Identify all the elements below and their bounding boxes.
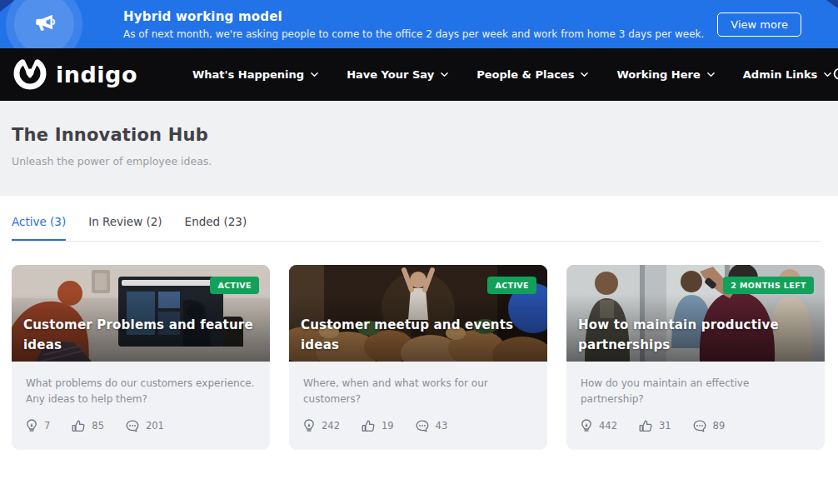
comment-icon [416,420,429,432]
page-subtitle: Unleash the power of employee ideas. [12,155,826,167]
chevron-down-icon [441,71,448,78]
tab-active[interactable]: Active (3) [12,215,66,241]
comments-count: 201 [146,420,164,432]
ideas-count: 442 [599,420,617,432]
nav-item-people-places[interactable]: People & Places [476,68,588,81]
tab-in-review[interactable]: In Review (2) [88,215,162,241]
tab-ended[interactable]: Ended (23) [185,215,247,241]
card-description: Where, when and what works for our custo… [303,376,533,407]
card-title: Customer Problems and feature ideas [23,315,258,355]
card-description: How do you maintain an effective partner… [581,376,811,407]
comments-stat: 89 [693,420,726,432]
page-header: The Innovation Hub Unleash the power of … [0,101,838,196]
card-stats: 7 85 201 [26,419,256,432]
card-image: 2 MONTHS LEFT How to maintain productive… [566,265,825,362]
idea-cards: ACTIVE Customer Problems and feature ide… [0,242,838,450]
search-button[interactable] [831,66,838,84]
banner-corner-decoration [826,0,838,8]
likes-stat: 85 [72,420,104,432]
indigo-logo-icon [12,55,48,95]
chevron-down-icon [311,71,318,78]
nav-right [831,59,838,90]
ideas-count: 7 [44,420,50,432]
view-more-button[interactable]: View more [717,12,801,37]
likes-stat: 19 [362,420,394,432]
status-badge: 2 MONTHS LEFT [723,277,814,294]
nav-item-have-your-say[interactable]: Have Your Say [347,68,448,81]
card-image: ACTIVE Customer meetup and events ideas [289,265,547,362]
card-title: How to maintain productive partnerships [578,315,813,355]
top-navigation: indigo What's Happening Have Your Say Pe… [0,48,838,101]
banner-subtitle: As of next month, we're asking people to… [123,28,717,40]
tabs-section: Active (3) In Review (2) Ended (23) [0,196,838,242]
nav-item-label: What's Happening [192,68,304,81]
chevron-down-icon [707,71,715,78]
idea-card-customer-meetup[interactable]: ACTIVE Customer meetup and events ideas … [289,265,547,450]
card-title: Customer meetup and events ideas [301,315,536,355]
idea-card-customer-problems[interactable]: ACTIVE Customer Problems and feature ide… [12,265,270,450]
thumbs-up-icon [72,420,85,432]
search-icon [831,66,838,84]
nav-item-whats-happening[interactable]: What's Happening [192,68,318,81]
likes-count: 31 [659,420,671,432]
idea-card-productive-partnerships[interactable]: 2 MONTHS LEFT How to maintain productive… [566,265,825,450]
card-description: What problems do our customers experienc… [26,376,256,407]
thumbs-up-icon [362,420,375,432]
lightbulb-icon [303,419,315,432]
brand-name: indigo [56,62,137,87]
nav-item-label: Working Here [616,68,700,81]
ideas-count: 242 [322,420,340,432]
likes-count: 19 [382,420,394,432]
comments-stat: 43 [416,420,448,432]
card-body: Where, when and what works for our custo… [289,362,547,450]
chevron-down-icon [581,71,588,78]
chevron-down-icon [824,71,831,78]
comment-icon [693,420,706,432]
megaphone-icon [32,10,57,38]
nav-item-label: People & Places [476,68,574,81]
banner-title: Hybrid working model [123,9,717,24]
nav-item-label: Admin Links [743,68,818,81]
announcement-banner: Hybrid working model As of next month, w… [0,0,838,48]
announcement-icon-area [0,0,110,48]
card-stats: 442 31 89 [581,419,811,432]
ideas-stat: 7 [26,419,50,432]
comments-count: 43 [436,420,448,432]
ideas-stat: 242 [303,419,340,432]
card-body: How do you maintain an effective partner… [566,362,825,450]
thumbs-up-icon [639,420,652,432]
megaphone-circle-inner [14,0,74,48]
card-stats: 242 19 43 [303,419,533,432]
likes-count: 85 [92,420,104,432]
nav-menu: What's Happening Have Your Say People & … [192,68,831,81]
nav-item-admin-links[interactable]: Admin Links [743,68,832,81]
nav-item-label: Have Your Say [347,68,434,81]
nav-item-working-here[interactable]: Working Here [616,68,714,81]
page-title: The Innovation Hub [12,125,826,145]
comments-count: 89 [713,420,726,432]
likes-stat: 31 [639,420,671,432]
brand-logo[interactable]: indigo [12,55,137,95]
comment-icon [126,420,139,432]
comments-stat: 201 [126,420,164,432]
card-image: ACTIVE Customer Problems and feature ide… [12,265,270,362]
tabs-row: Active (3) In Review (2) Ended (23) [12,215,826,241]
ideas-stat: 442 [581,419,617,432]
status-badge: ACTIVE [210,277,259,294]
status-badge: ACTIVE [487,277,536,294]
card-body: What problems do our customers experienc… [12,362,270,450]
banner-text: Hybrid working model As of next month, w… [110,9,717,40]
lightbulb-icon [581,419,592,432]
lightbulb-icon [26,419,37,432]
